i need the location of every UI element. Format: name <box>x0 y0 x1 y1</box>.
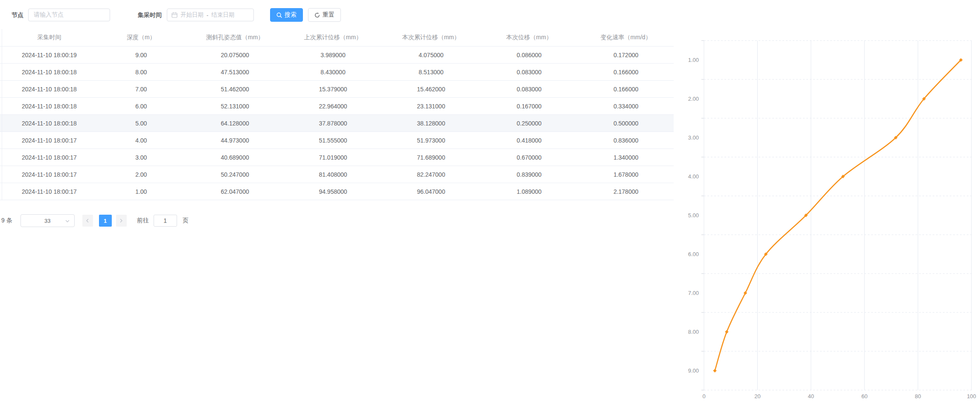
table-cell: 71.689000 <box>382 149 480 166</box>
table-cell: 0.083000 <box>480 64 578 80</box>
table-row[interactable]: 2024-11-10 18:00:187.0051.46200015.37900… <box>0 81 674 98</box>
table-cell: 1.678000 <box>578 166 674 183</box>
table-row[interactable]: 2024-11-10 18:00:171.0062.04700094.95800… <box>0 183 674 200</box>
page-size-value: 33 <box>44 218 50 224</box>
collection-time-label: 集采时间 <box>138 9 162 21</box>
table-cell: 15.462000 <box>382 81 480 97</box>
table-cell: 2024-11-10 18:00:17 <box>2 166 96 183</box>
reset-button-label: 重置 <box>323 11 334 19</box>
displacement-depth-chart[interactable]: 0204060801001.002.003.004.005.006.007.00… <box>674 34 980 410</box>
table-row[interactable]: 2024-11-10 18:00:186.0052.13100022.96400… <box>0 98 674 115</box>
x-axis-tick-label: 20 <box>754 393 760 399</box>
table-cell: 51.555000 <box>284 132 382 149</box>
table-cell: 8.00 <box>96 64 186 80</box>
table-cell: 4.075000 <box>382 47 480 63</box>
column-header: 本次位移（mm） <box>480 29 578 46</box>
date-start-placeholder: 开始日期 <box>180 11 204 19</box>
page-size-select[interactable]: 33 <box>20 214 75 227</box>
next-page-button[interactable] <box>116 215 127 227</box>
table-cell: 2024-11-10 18:00:18 <box>2 98 96 114</box>
table-cell: 0.167000 <box>480 98 578 114</box>
prev-page-button[interactable] <box>82 215 93 227</box>
page-number-button[interactable]: 1 <box>99 215 112 227</box>
refresh-icon <box>314 12 320 18</box>
y-axis-tick-label: 8.00 <box>688 329 699 335</box>
table-cell: 64.128000 <box>186 115 284 131</box>
column-header: 本次累计位移（mm） <box>382 29 480 46</box>
table-cell: 96.047000 <box>382 183 480 200</box>
table-cell: 2024-11-10 18:00:19 <box>2 47 96 63</box>
table-cell: 94.958000 <box>284 183 382 200</box>
table-cell: 0.250000 <box>480 115 578 131</box>
data-point-marker[interactable] <box>725 330 728 333</box>
table-cell: 2024-11-10 18:00:17 <box>2 149 96 166</box>
table-cell: 2024-11-10 18:00:18 <box>2 64 96 80</box>
node-filter-label: 节点 <box>12 9 23 21</box>
table-cell: 2024-11-10 18:00:17 <box>2 132 96 149</box>
table-cell: 1.089000 <box>480 183 578 200</box>
table-cell: 2024-11-10 18:00:17 <box>2 183 96 200</box>
x-axis-tick-label: 100 <box>967 393 976 399</box>
chevron-down-icon <box>65 219 70 225</box>
table-row[interactable]: 2024-11-10 18:00:173.0040.68900071.01900… <box>0 149 674 166</box>
table-row[interactable]: 2024-11-10 18:00:199.0020.0750003.989000… <box>0 47 674 64</box>
page-unit-label: 页 <box>183 217 189 224</box>
pagination-bar: 9 条 33 1 前往 1 页 <box>1 214 189 227</box>
x-axis-tick-label: 0 <box>702 393 705 399</box>
table-cell: 40.689000 <box>186 149 284 166</box>
table-cell: 0.166000 <box>578 81 674 97</box>
column-header: 深度（m） <box>96 29 186 46</box>
table-cell: 0.418000 <box>480 132 578 149</box>
table-cell: 0.172000 <box>578 47 674 63</box>
y-axis-tick-label: 5.00 <box>688 212 699 219</box>
search-button-label: 搜索 <box>285 11 297 19</box>
readings-table: 采集时间深度（m）测斜孔姿态值（mm）上次累计位移（mm）本次累计位移（mm）本… <box>0 29 674 200</box>
chevron-left-icon <box>85 218 90 224</box>
calendar-icon <box>172 12 177 18</box>
total-count-label: 9 条 <box>1 217 12 224</box>
table-cell: 8.513000 <box>382 64 480 80</box>
table-cell: 62.047000 <box>186 183 284 200</box>
date-range-picker[interactable]: 开始日期 - 结束日期 <box>167 9 254 21</box>
x-axis-tick-label: 80 <box>915 393 921 399</box>
goto-page-input[interactable]: 1 <box>154 215 177 227</box>
data-point-marker[interactable] <box>713 369 716 372</box>
search-button[interactable]: 搜索 <box>270 8 303 22</box>
table-row[interactable]: 2024-11-10 18:00:188.0047.5130008.430000… <box>0 64 674 81</box>
y-axis-tick-label: 3.00 <box>688 134 699 141</box>
table-cell: 50.247000 <box>186 166 284 183</box>
y-axis-tick-label: 9.00 <box>688 367 699 374</box>
table-cell: 20.075000 <box>186 47 284 63</box>
table-cell: 15.379000 <box>284 81 382 97</box>
table-row[interactable]: 2024-11-10 18:00:172.0050.24700081.40800… <box>0 166 674 183</box>
node-input-placeholder: 请输入节点 <box>34 11 64 19</box>
reset-button[interactable]: 重置 <box>308 8 341 22</box>
series-line <box>715 60 961 371</box>
table-cell: 8.430000 <box>284 64 382 80</box>
table-cell: 5.00 <box>96 115 186 131</box>
table-row[interactable]: 2024-11-10 18:00:174.0044.97300051.55500… <box>0 132 674 149</box>
table-cell: 0.086000 <box>480 47 578 63</box>
table-cell: 82.247000 <box>382 166 480 183</box>
table-cell: 22.964000 <box>284 98 382 114</box>
table-cell: 3.00 <box>96 149 186 166</box>
y-axis-tick-label: 2.00 <box>688 96 699 102</box>
column-header: 变化速率（mm/d） <box>578 29 674 46</box>
table-cell: 2024-11-10 18:00:18 <box>2 115 96 131</box>
table-cell: 6.00 <box>96 98 186 114</box>
table-cell: 4.00 <box>96 132 186 149</box>
node-input[interactable]: 请输入节点 <box>28 9 110 21</box>
table-cell: 47.513000 <box>186 64 284 80</box>
table-cell: 3.989000 <box>284 47 382 63</box>
table-cell: 37.878000 <box>284 115 382 131</box>
table-cell: 0.083000 <box>480 81 578 97</box>
table-row[interactable]: 2024-11-10 18:00:185.0064.12800037.87800… <box>0 115 674 132</box>
x-axis-tick-label: 60 <box>861 393 867 399</box>
table-cell: 2.178000 <box>578 183 674 200</box>
search-icon <box>276 12 282 18</box>
table-cell: 0.836000 <box>578 132 674 149</box>
table-cell: 0.839000 <box>480 166 578 183</box>
chart-canvas[interactable]: 0204060801001.002.003.004.005.006.007.00… <box>674 34 980 410</box>
table-cell: 0.166000 <box>578 64 674 80</box>
table-cell: 51.462000 <box>186 81 284 97</box>
